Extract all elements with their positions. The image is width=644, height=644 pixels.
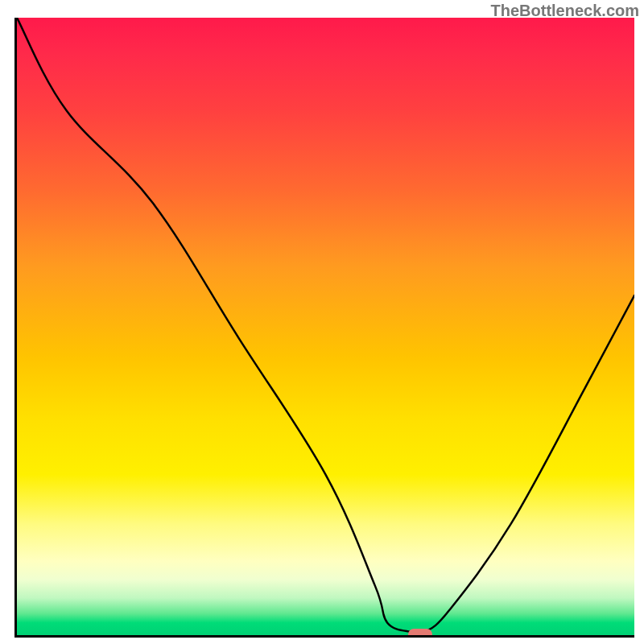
chart-curve (17, 18, 634, 635)
optimal-marker (408, 629, 432, 638)
watermark-text: TheBottleneck.com (491, 2, 639, 20)
plot-area (14, 18, 634, 638)
